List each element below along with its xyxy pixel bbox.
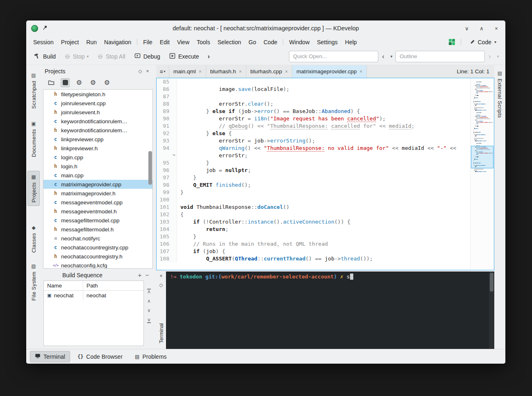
- file-tree-item[interactable]: clogin.cpp: [43, 153, 152, 162]
- file-tree-item[interactable]: hkeywordnotificationrulem…: [43, 126, 152, 135]
- dock-tab-file-system[interactable]: ▧File System: [27, 260, 40, 304]
- move-bottom-icon[interactable]: ∨: [147, 318, 151, 323]
- menu-navigation[interactable]: Navigation: [100, 38, 135, 47]
- file-tree-item[interactable]: hfiletypesingleton.h: [43, 90, 152, 99]
- editor-tab-blurhash-cpp[interactable]: blurhash.cpp×: [246, 65, 292, 78]
- float-terminal-icon[interactable]: ◇: [159, 282, 163, 288]
- menu-go[interactable]: Go: [245, 38, 260, 47]
- file-tree-item[interactable]: hmessageeventmodel.h: [43, 207, 152, 216]
- file-tree-item[interactable]: hlinkpreviewer.h: [43, 144, 152, 153]
- remove-build-item-icon[interactable]: −: [143, 272, 151, 278]
- file-tree-item[interactable]: ≡neochat.notifyrc: [43, 234, 152, 243]
- dock-tab-classes[interactable]: ◆Classes: [27, 222, 40, 256]
- nav-back-chevron-down-icon[interactable]: ▾: [388, 54, 395, 59]
- menu-project[interactable]: Project: [57, 38, 83, 47]
- menubar-separator: [137, 39, 137, 45]
- terminal-scrollbar-track[interactable]: [489, 272, 494, 349]
- close-panel-icon[interactable]: ×: [144, 68, 151, 74]
- column-header-path[interactable]: Path: [83, 281, 101, 290]
- tab-close-icon[interactable]: ×: [239, 69, 242, 75]
- menu-edit[interactable]: Edit: [156, 38, 173, 47]
- titlebar[interactable]: default: neochat - [ neochat:src/matrixi…: [26, 20, 505, 36]
- nav-back-icon[interactable]: ‹: [379, 53, 387, 60]
- editor-tab-matriximageprovider-cpp[interactable]: matriximageprovider.cpp×: [292, 65, 367, 78]
- float-panel-icon[interactable]: ◇: [136, 68, 144, 74]
- stop-button[interactable]: ⊖ Stop ▾: [61, 50, 92, 63]
- stop-all-button[interactable]: ⊖ Stop All: [94, 50, 129, 63]
- editor-tab-main-qml[interactable]: main.qml×: [169, 65, 206, 78]
- editor-tab-blurhash-h[interactable]: blurhash.h×: [206, 65, 246, 78]
- build-settings-gear-icon[interactable]: ⚙: [89, 78, 98, 87]
- menu-code[interactable]: Code: [260, 38, 281, 47]
- menu-run[interactable]: Run: [82, 38, 100, 47]
- file-tree-item[interactable]: ckeywordnotificationrulem…: [43, 117, 152, 126]
- file-tree-item[interactable]: cmessagefiltermodel.cpp: [43, 216, 152, 225]
- tab-close-icon[interactable]: ×: [359, 69, 362, 75]
- file-tree-item[interactable]: cmessageeventmodel.cpp: [43, 198, 152, 207]
- dock-tab-scratchpad[interactable]: ▤Scratchpad: [27, 69, 40, 113]
- outline-input[interactable]: [396, 51, 485, 62]
- menu-view[interactable]: View: [173, 38, 193, 47]
- tab-close-icon[interactable]: ×: [285, 69, 288, 75]
- minimize-button[interactable]: ∨: [463, 25, 471, 32]
- maximize-button[interactable]: ∧: [477, 25, 486, 32]
- minimap[interactable]: [470, 78, 494, 270]
- toolbar-overflow-icon[interactable]: ›: [207, 53, 209, 60]
- code-browser-icon: {}: [77, 354, 83, 360]
- sync-with-editor-icon[interactable]: [61, 78, 70, 87]
- menu-selection[interactable]: Selection: [214, 38, 245, 47]
- file-tree-item[interactable]: hmatriximageprovider.h: [43, 189, 152, 198]
- tree-scrollbar[interactable]: [148, 151, 152, 185]
- open-project-folder-icon[interactable]: [47, 78, 56, 87]
- menu-help[interactable]: Help: [341, 38, 361, 47]
- menu-session[interactable]: Session: [30, 38, 57, 47]
- minimap-viewport[interactable]: [471, 146, 493, 168]
- project-settings-gear-icon[interactable]: ⚙: [75, 78, 84, 87]
- dock-tab-external-scripts[interactable]: ▤ External Scripts: [495, 68, 505, 120]
- move-down-icon[interactable]: ∨: [147, 308, 151, 313]
- menu-settings[interactable]: Settings: [313, 38, 341, 47]
- table-row[interactable]: ▣neochatneochat: [44, 291, 143, 300]
- file-tree-item[interactable]: cmain.cpp: [43, 171, 152, 180]
- debug-button[interactable]: Debug: [131, 50, 164, 63]
- menu-file[interactable]: File: [139, 38, 156, 47]
- execute-button[interactable]: Execute: [166, 50, 203, 63]
- toolview-button-code-browser[interactable]: {}Code Browser: [73, 351, 127, 362]
- code-editor[interactable]: 8586 image.save(localFile);8788 errorStr…: [156, 78, 494, 270]
- file-tree-item[interactable]: clinkpreviewer.cpp: [43, 135, 152, 144]
- minimap-line: [473, 171, 491, 172]
- file-tree-item[interactable]: hneochataccountregistry.h: [43, 252, 152, 261]
- file-tree-item[interactable]: </>neochatconfig.kcfg: [43, 261, 152, 269]
- toolview-button-terminal[interactable]: Terminal: [30, 351, 70, 362]
- close-button[interactable]: ×: [492, 25, 500, 32]
- nav-forward-chevron-down-icon[interactable]: ▾: [495, 54, 501, 59]
- configure-gear-icon[interactable]: ⚙: [102, 78, 111, 87]
- dock-tab-documents[interactable]: ▣Documents: [27, 118, 40, 161]
- file-tree-item[interactable]: cjoinrulesevent.cpp: [43, 99, 152, 108]
- nav-forward-icon[interactable]: ›: [486, 53, 494, 60]
- column-header-name[interactable]: Name: [44, 281, 83, 290]
- dock-tab-projects[interactable]: ▦Projects: [27, 171, 40, 206]
- document-switcher-icon[interactable]: ≡▾: [156, 65, 169, 78]
- move-up-icon[interactable]: ∧: [147, 299, 151, 303]
- terminal-output[interactable]: !→ tokodon git:(work/carl/remember-selec…: [166, 272, 494, 349]
- file-tree-item[interactable]: hlogin.h: [43, 162, 152, 171]
- move-top-icon[interactable]: ∧: [147, 289, 151, 294]
- toolview-button-problems[interactable]: ▤Problems: [130, 351, 171, 362]
- close-terminal-icon[interactable]: ×: [159, 273, 162, 279]
- file-tree-item[interactable]: hjoinrulesevent.h: [43, 108, 152, 117]
- file-tree-item[interactable]: cneochataccountregistry.cpp: [43, 243, 152, 252]
- tab-close-icon[interactable]: ×: [199, 69, 202, 75]
- text-file-icon: ≡: [52, 235, 59, 241]
- menu-window[interactable]: Window: [285, 38, 313, 47]
- quick-open-input[interactable]: [289, 51, 378, 62]
- area-switcher-icon[interactable]: [449, 39, 455, 45]
- menu-tools[interactable]: Tools: [193, 38, 214, 47]
- file-tree-item[interactable]: cmatriximageprovider.cpp: [43, 180, 152, 189]
- pin-icon[interactable]: [42, 25, 48, 32]
- add-build-item-icon[interactable]: +: [136, 272, 143, 278]
- working-area-button[interactable]: Code ▾: [467, 38, 500, 46]
- file-tree-item[interactable]: hmessagefiltermodel.h: [43, 225, 152, 234]
- terminal-scrollbar[interactable]: [490, 273, 493, 292]
- build-button[interactable]: Build: [30, 50, 59, 63]
